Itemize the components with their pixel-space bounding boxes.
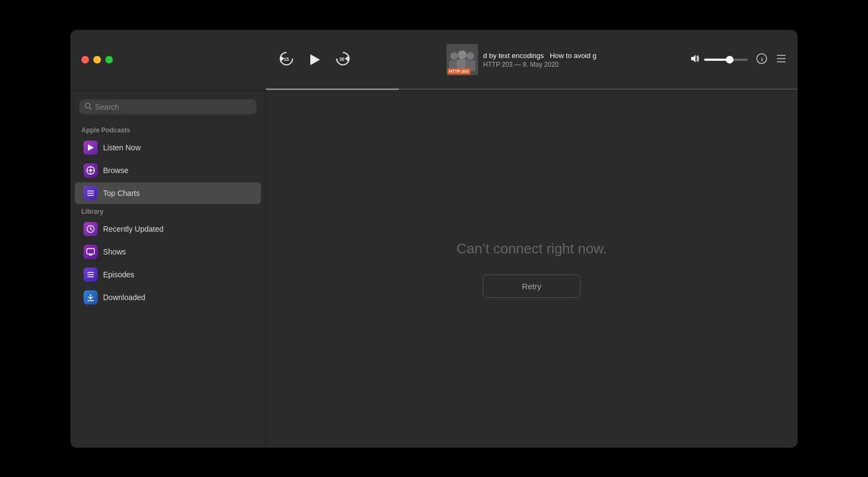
skip-back-button[interactable]: 15: [277, 50, 296, 69]
player-area: 15 30: [266, 44, 797, 75]
sidebar-item-label-downloaded: Downloaded: [103, 293, 145, 302]
sidebar-item-top-charts[interactable]: Top Charts: [75, 182, 261, 204]
listen-now-icon: [84, 141, 98, 155]
main-content: Apple Podcasts Listen Now: [71, 91, 797, 448]
player-controls: 15 30: [277, 50, 353, 69]
error-message: Can’t connect right now.: [456, 240, 607, 257]
search-icon: [85, 103, 92, 111]
svg-marker-2: [310, 54, 320, 65]
volume-slider[interactable]: [704, 59, 748, 61]
sidebar-section-apple-podcasts: Apple Podcasts: [71, 123, 265, 136]
svg-line-33: [91, 229, 92, 230]
skip-forward-button[interactable]: 30: [333, 50, 353, 69]
player-right: i: [690, 53, 787, 67]
sidebar-item-downloaded[interactable]: Downloaded: [75, 287, 261, 308]
track-subtitle: HTTP 203 — 8. May 2020: [483, 61, 597, 68]
track-info: d by text encodings How to avoid g HTTP …: [483, 52, 597, 68]
svg-point-8: [458, 50, 467, 59]
svg-text:i: i: [761, 56, 763, 62]
track-title: d by text encodings How to avoid g: [483, 52, 597, 60]
browse-icon: [84, 163, 98, 177]
play-button[interactable]: [307, 52, 322, 67]
downloaded-icon: [84, 290, 98, 304]
sidebar-item-shows[interactable]: Shows: [75, 241, 261, 263]
sidebar-item-label-browse: Browse: [103, 166, 129, 175]
album-art: HTTP 203: [446, 44, 478, 75]
sidebar-item-listen-now[interactable]: Listen Now: [75, 137, 261, 158]
sidebar-item-label-recently-updated: Recently Updated: [103, 225, 163, 233]
svg-rect-34: [87, 249, 94, 254]
app-window: 15 30: [71, 30, 797, 448]
volume-control: [690, 54, 748, 66]
search-input-wrapper: [79, 99, 257, 115]
podcast-badge: HTTP 203: [448, 68, 470, 74]
sidebar-item-label-shows: Shows: [103, 247, 126, 256]
svg-marker-3: [345, 55, 349, 61]
episodes-icon: [84, 268, 98, 282]
sidebar-item-label-episodes: Episodes: [103, 270, 135, 279]
error-state: Can’t connect right now. Retry: [456, 240, 607, 298]
shows-icon: [84, 245, 98, 259]
traffic-lights: [71, 56, 266, 63]
svg-marker-13: [691, 55, 695, 62]
top-charts-icon: [84, 186, 98, 200]
sidebar-item-label-top-charts: Top Charts: [103, 189, 140, 198]
retry-button[interactable]: Retry: [483, 275, 580, 298]
sidebar-item-recently-updated[interactable]: Recently Updated: [75, 218, 261, 240]
progress-bar-fill: [266, 88, 399, 90]
recently-updated-icon: [84, 222, 98, 236]
close-button[interactable]: [81, 56, 89, 63]
sidebar: Apple Podcasts Listen Now: [71, 91, 266, 448]
svg-point-7: [450, 52, 458, 60]
sidebar-item-episodes[interactable]: Episodes: [75, 264, 261, 285]
now-playing[interactable]: HTTP 203 d by text encodings How to avoi…: [446, 44, 597, 75]
content-area: Can’t connect right now. Retry: [266, 91, 797, 448]
svg-point-23: [90, 169, 92, 171]
list-button[interactable]: [776, 54, 787, 66]
svg-text:30: 30: [339, 56, 344, 62]
svg-marker-21: [88, 144, 94, 151]
minimize-button[interactable]: [93, 56, 101, 63]
svg-point-9: [467, 52, 474, 60]
sidebar-item-label-listen-now: Listen Now: [103, 143, 141, 152]
titlebar: 15 30: [71, 30, 797, 91]
search-container: [71, 99, 265, 123]
skip-back-icon: 15: [277, 50, 296, 69]
progress-bar[interactable]: [266, 88, 797, 90]
sidebar-item-browse[interactable]: Browse: [75, 160, 261, 181]
sidebar-section-library: Library: [71, 205, 265, 218]
svg-text:15: 15: [284, 56, 289, 62]
search-input[interactable]: [95, 103, 251, 111]
skip-forward-icon: 30: [333, 50, 353, 69]
volume-icon: [690, 54, 700, 66]
svg-point-19: [85, 103, 90, 108]
svg-line-20: [90, 107, 92, 110]
info-button[interactable]: i: [756, 53, 767, 67]
maximize-button[interactable]: [105, 56, 113, 63]
